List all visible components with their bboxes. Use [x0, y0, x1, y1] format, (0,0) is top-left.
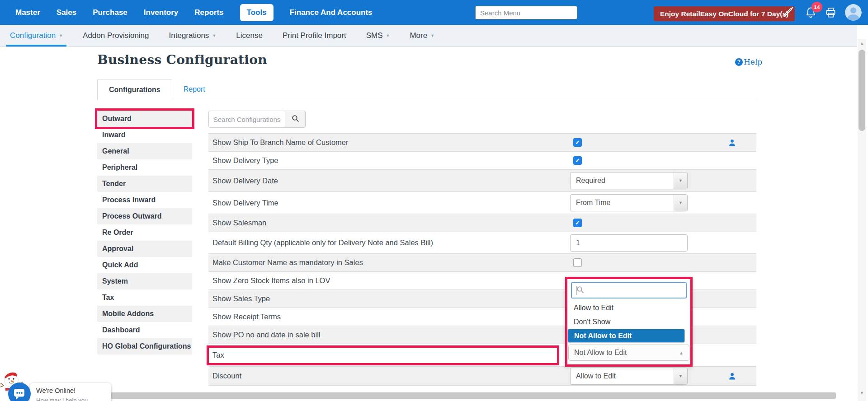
- dropdown-search-input[interactable]: [571, 282, 687, 298]
- sidebar-item-tax[interactable]: Tax: [97, 289, 192, 306]
- promo-button[interactable]: Enjoy RetailEasy OnCloud for 7 Day(s): [654, 6, 795, 21]
- select-show-delivery-date[interactable]: Required▼: [570, 172, 688, 189]
- tab-configurations[interactable]: Configurations: [97, 79, 172, 100]
- subnav-item-label: SMS: [366, 31, 383, 40]
- config-row-make-customer-name-as-mandatory-in-sales: Make Customer Name as mandatory in Sales: [208, 254, 756, 272]
- sidebar-item-ho-global-configurations[interactable]: HO Global Configurations: [97, 338, 192, 354]
- subnav-item-print-profile-import[interactable]: Print Profile Import: [283, 25, 346, 47]
- dropdown-option-allow-to-edit[interactable]: Allow to Edit: [567, 301, 690, 315]
- text-input-default-billing-qty-applicable-only-for-delivery-note-and-sales-bill[interactable]: [570, 234, 688, 252]
- topbar-item-inventory[interactable]: Inventory: [144, 8, 179, 17]
- secondary-navigation-bar: Configuration▼Addon ProvisioningIntegrat…: [0, 25, 857, 47]
- sidebar-item-general[interactable]: General: [97, 143, 192, 159]
- select-arrow-button[interactable]: ▼: [674, 195, 687, 211]
- config-row-label: Discount: [208, 372, 570, 380]
- checkbox-checked[interactable]: ✓: [573, 219, 582, 227]
- user-person-icon[interactable]: [729, 373, 736, 380]
- config-row-discount: DiscountAllow to Edit▼: [208, 367, 756, 386]
- config-row-label: Default Billing Qty (applicable only for…: [208, 238, 570, 247]
- topbar-item-purchase[interactable]: Purchase: [93, 8, 127, 17]
- subnav-item-license[interactable]: License: [236, 25, 263, 47]
- page-title: Business Configuration: [97, 52, 267, 67]
- sidebar-item-outward[interactable]: Outward: [97, 111, 192, 127]
- chat-status-text: We're Online!: [36, 387, 105, 394]
- checkbox-unchecked[interactable]: [573, 258, 582, 267]
- config-row-control-area: [570, 258, 689, 267]
- search-menu-input[interactable]: [475, 6, 577, 19]
- config-row-control-area: ✓: [570, 156, 689, 165]
- select-arrow-button[interactable]: ▼: [674, 173, 687, 189]
- paintbrush-icon[interactable]: [782, 6, 794, 19]
- checkbox-checked[interactable]: ✓: [573, 138, 582, 147]
- tab-bar: ConfigurationsReport: [97, 79, 756, 100]
- config-row-default-billing-qty-applicable-only-for-delivery-note-and-sales-bill: Default Billing Qty (applicable only for…: [208, 232, 756, 254]
- topbar-item-tools[interactable]: Tools: [240, 4, 274, 21]
- sidebar-item-peripheral[interactable]: Peripheral: [97, 159, 192, 176]
- subnav-item-configuration[interactable]: Configuration▼: [10, 25, 63, 47]
- sidebar-item-quick-add[interactable]: Quick Add: [97, 257, 192, 273]
- subnav-item-label: License: [236, 31, 263, 40]
- config-row-control-area: From Time▼: [570, 194, 689, 211]
- config-search-input[interactable]: [208, 111, 285, 128]
- dropdown-option-list: Allow to EditDon't ShowNot Allow to Edit: [567, 301, 690, 343]
- sidebar-item-tender[interactable]: Tender: [97, 176, 192, 192]
- sidebar-item-dashboard[interactable]: Dashboard: [97, 322, 192, 338]
- scroll-up-arrow[interactable]: ▲: [858, 39, 866, 48]
- config-row-label: Show Sales Type: [208, 294, 570, 303]
- config-row-label: Show Delivery Time: [208, 199, 570, 207]
- config-row-show-delivery-type: Show Delivery Type✓: [208, 152, 756, 170]
- topbar-item-master[interactable]: Master: [15, 8, 40, 17]
- config-row-control-area: Required▼: [570, 172, 689, 189]
- tab-report[interactable]: Report: [172, 79, 217, 100]
- user-person-icon[interactable]: [729, 139, 736, 146]
- chat-avatar-snowman[interactable]: [0, 367, 33, 401]
- tax-dropdown-overlay: Allow to EditDon't ShowNot Allow to Edit…: [565, 277, 693, 367]
- sidebar-item-process-inward[interactable]: Process Inward: [97, 192, 192, 208]
- topbar-item-reports[interactable]: Reports: [194, 8, 223, 17]
- config-search-button[interactable]: [285, 111, 306, 128]
- subnav-item-label: Addon Provisioning: [83, 31, 149, 40]
- config-row-control-area: [570, 234, 689, 252]
- dropdown-option-don-t-show[interactable]: Don't Show: [567, 315, 690, 329]
- checkbox-checked[interactable]: ✓: [573, 156, 582, 165]
- scroll-down-arrow[interactable]: ▼: [858, 388, 866, 397]
- sidebar-item-mobile-addons[interactable]: Mobile Addons: [97, 306, 192, 322]
- subnav-item-label: Print Profile Import: [283, 31, 346, 40]
- select-show-delivery-time[interactable]: From Time▼: [570, 194, 688, 211]
- sidebar-item-re-order[interactable]: Re Order: [97, 224, 192, 241]
- config-row-show-salesman: Show Salesman✓: [208, 214, 756, 232]
- vertical-scrollbar-thumb[interactable]: [859, 50, 865, 131]
- chevron-down-icon: ▼: [386, 33, 390, 38]
- select-discount[interactable]: Allow to Edit▼: [570, 368, 688, 385]
- chat-prompt-text: How may I help you today?: [36, 397, 105, 401]
- sidebar-item-inward[interactable]: Inward: [97, 127, 192, 143]
- sidebar-item-approval[interactable]: Approval: [97, 241, 192, 257]
- dropdown-option-not-allow-to-edit[interactable]: Not Allow to Edit: [567, 329, 685, 343]
- chevron-down-icon: ▼: [679, 374, 683, 378]
- subnav-item-label: More: [410, 31, 427, 40]
- chevron-down-icon: ▼: [212, 33, 216, 38]
- select-arrow-button[interactable]: ▼: [674, 368, 687, 384]
- chevron-up-icon: ▲: [679, 350, 684, 355]
- topbar-nav: MasterSalesPurchaseInventoryReportsTools…: [15, 0, 373, 25]
- tax-select-collapsed[interactable]: Not Allow to Edit ▲: [568, 345, 689, 361]
- topbar-item-finance-and-accounts[interactable]: Finance And Accounts: [290, 8, 373, 17]
- sidebar-item-process-outward[interactable]: Process Outward: [97, 208, 192, 224]
- chat-status-tooltip[interactable]: We're Online! How may I help you today?: [30, 383, 111, 401]
- config-row-show-delivery-time: Show Delivery TimeFrom Time▼: [208, 192, 756, 214]
- user-avatar[interactable]: [845, 4, 862, 21]
- config-search-box: [208, 111, 756, 128]
- subnav-item-addon-provisioning[interactable]: Addon Provisioning: [83, 25, 149, 47]
- config-row-label: Tax: [208, 351, 570, 359]
- select-value: Required: [571, 173, 674, 189]
- subnav-item-integrations[interactable]: Integrations▼: [169, 25, 217, 47]
- person-icon-area: [689, 139, 756, 146]
- help-question-icon: ?: [735, 58, 743, 66]
- subnav-item-more[interactable]: More▼: [410, 25, 434, 47]
- horizontal-scrollbar-thumb[interactable]: [30, 392, 836, 399]
- sidebar-item-system[interactable]: System: [97, 273, 192, 289]
- help-link[interactable]: ? Help: [735, 57, 762, 66]
- subnav-item-sms[interactable]: SMS▼: [366, 25, 390, 47]
- topbar-item-sales[interactable]: Sales: [57, 8, 76, 17]
- printer-icon[interactable]: [825, 6, 837, 19]
